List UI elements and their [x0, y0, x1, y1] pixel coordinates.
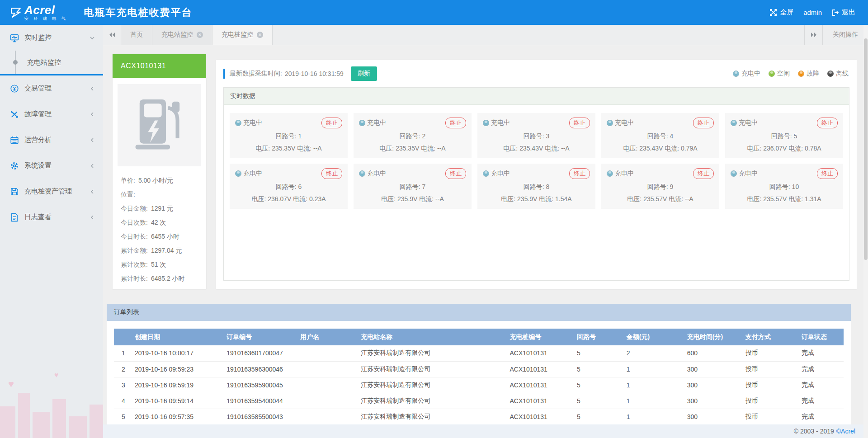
stop-button[interactable]: 终止: [445, 168, 466, 179]
circuit-card-9: 充电中 终止 回路号: 9 电压: 235.57V 电流: --A: [601, 164, 719, 209]
circuit-meter: 电压: 235.9V 电流: --A: [359, 195, 466, 203]
charging-status-icon: [731, 170, 737, 177]
sidebar-item-transactions[interactable]: 交易管理: [0, 75, 103, 101]
legend-fault: 故障: [798, 70, 819, 78]
sidebar-item-label: 运营分析: [24, 136, 90, 144]
stat-today-count: 今日次数:42 次: [121, 216, 206, 230]
copyright-text: © 2003 - 2019: [794, 428, 834, 435]
circuit-number: 回路号: 8: [483, 183, 590, 191]
sidebar-item-pile-assets[interactable]: 充电桩资产管理: [0, 179, 103, 204]
table-row[interactable]: 3 2019-10-16 09:59:19 1910163595900045 江…: [114, 377, 844, 393]
stop-button[interactable]: 终止: [445, 118, 466, 128]
offline-status-icon: [827, 71, 834, 77]
circuit-meter: 电压: 235.43V 电流: --A: [483, 145, 590, 153]
col-created: 创建日期: [133, 329, 225, 345]
stat-location: 位置:: [121, 188, 206, 202]
stop-button[interactable]: 终止: [321, 168, 342, 179]
monitor-icon: [10, 33, 19, 42]
stat-today-amount: 今日金额:1291 元: [121, 202, 206, 216]
col-minutes: 充电时间(分): [685, 329, 744, 345]
table-row[interactable]: 2 2019-10-16 09:59:23 1910163596300046 江…: [114, 361, 844, 377]
circuit-meter: 电压: 235.35V 电流: --A: [235, 145, 342, 153]
stop-button[interactable]: 终止: [817, 168, 838, 179]
stop-button[interactable]: 终止: [569, 168, 590, 179]
sidebar-item-settings[interactable]: 系统设置: [0, 153, 103, 179]
chevron-left-icon: [90, 86, 95, 91]
refresh-button[interactable]: 刷新: [351, 66, 377, 81]
sidebar-item-realtime-monitor[interactable]: 实时监控: [0, 25, 103, 51]
tab-station-monitor[interactable]: 充电站监控 ✕: [152, 25, 212, 45]
orders-section: 订单列表 创建日期 订单编号 用: [107, 304, 851, 424]
logo-sub-text: 安 科 瑞 电 气: [24, 17, 68, 21]
fullscreen-button[interactable]: 全屏: [769, 8, 793, 17]
logout-label: 退出: [842, 8, 855, 17]
legend-idle: 空闲: [769, 70, 790, 78]
chevron-left-icon: [90, 137, 95, 143]
user-menu[interactable]: admin: [803, 9, 822, 16]
col-circuit: 回路号: [575, 329, 625, 345]
sidebar-item-logs[interactable]: 日志查看: [0, 204, 103, 230]
col-pile: 充电桩编号: [508, 329, 575, 345]
collect-time-label: 最新数据采集时间:: [230, 70, 282, 78]
logout-button[interactable]: 退出: [832, 8, 855, 17]
logo-main-text: Acrel: [24, 4, 68, 16]
charging-status-icon: [607, 170, 613, 177]
sidebar-item-label: 充电桩资产管理: [24, 187, 90, 196]
scrollbar-thumb[interactable]: [864, 38, 868, 260]
sidebar-item-label: 故障管理: [24, 110, 90, 118]
col-user: 用户名: [298, 329, 359, 345]
circuit-number: 回路号: 6: [235, 183, 342, 191]
charging-status-icon: [731, 120, 737, 126]
table-row[interactable]: 4 2019-10-16 09:59:14 1910163595400044 江…: [114, 393, 844, 409]
tabs-scroll-right-button[interactable]: [804, 25, 822, 45]
transaction-icon: [10, 84, 19, 93]
sidebar-item-station-monitor[interactable]: 充电站监控: [0, 51, 103, 74]
station-id-header: ACX1010131: [113, 54, 206, 78]
stop-button[interactable]: 终止: [817, 118, 838, 128]
tab-home[interactable]: 首页: [121, 25, 152, 45]
table-row[interactable]: 5 2019-10-16 09:57:35 1910163585500043 江…: [114, 409, 844, 424]
close-operations-label: 关闭操作: [833, 31, 858, 39]
stop-button[interactable]: 终止: [321, 118, 342, 128]
legend-offline: 离线: [827, 70, 849, 78]
realtime-data-title: 实时数据: [224, 88, 849, 105]
stop-button[interactable]: 终止: [569, 118, 590, 128]
calendar-icon: [10, 136, 19, 145]
fault-status-icon: [798, 71, 804, 77]
stop-button[interactable]: 终止: [693, 118, 714, 128]
close-icon[interactable]: ✕: [197, 32, 203, 38]
circuit-cards-grid: 充电中 终止 回路号: 1 电压: 235.35V 电流: --A 充电中 终止: [224, 105, 849, 217]
sidebar-item-analytics[interactable]: 运营分析: [0, 127, 103, 153]
tabs-scroll-left-button[interactable]: [103, 25, 121, 45]
chevron-left-icon: [90, 189, 95, 194]
page-title: 电瓶车充电桩收费平台: [84, 6, 193, 19]
tab-pile-monitor[interactable]: 充电桩监控 ✕: [212, 25, 273, 45]
stat-total-count: 累计次数:51 次: [121, 258, 206, 272]
sidebar-item-label: 系统设置: [24, 161, 90, 170]
stat-total-duration: 累计时长:6485.2 小时: [121, 272, 206, 286]
collect-time-value: 2019-10-16 10:31:59: [285, 70, 344, 77]
circuit-number: 回路号: 1: [235, 132, 342, 141]
acrel-logo-icon: [10, 7, 22, 19]
close-operations-button[interactable]: 关闭操作: [822, 25, 868, 45]
fault-icon: [10, 110, 19, 119]
sidebar-item-faults[interactable]: 故障管理: [0, 101, 103, 127]
stop-button[interactable]: 终止: [693, 168, 714, 179]
circuit-card-5: 充电中 终止 回路号: 5 电压: 236.07V 电流: 0.78A: [725, 113, 843, 158]
table-row[interactable]: 1 2019-10-16 10:00:17 1910163601700047 江…: [114, 345, 844, 361]
circuit-card-7: 充电中 终止 回路号: 7 电压: 235.9V 电流: --A: [354, 164, 472, 209]
close-icon[interactable]: ✕: [257, 32, 263, 38]
page-body: ACX1010131 单价:5.00 小时/元: [103, 45, 868, 424]
decorative-cityscape: ♥ ♥: [0, 370, 103, 438]
charging-status-icon: [235, 170, 241, 177]
top-header: Acrel 安 科 瑞 电 气 电瓶车充电桩收费平台 全屏 admin 退出: [0, 0, 868, 25]
vertical-scrollbar[interactable]: [863, 25, 868, 438]
acrel-link[interactable]: ©Acrel: [836, 428, 855, 435]
stat-unit-price: 单价:5.00 小时/元: [121, 174, 206, 188]
chevron-left-icon: [90, 163, 95, 169]
station-summary-card: ACX1010131 单价:5.00 小时/元: [113, 54, 206, 289]
charging-status-icon: [483, 120, 489, 126]
circuit-card-10: 充电中 终止 回路号: 10 电压: 235.57V 电流: 1.31A: [725, 164, 843, 209]
chevron-left-icon: [90, 112, 95, 117]
subitem-dot: [13, 60, 18, 65]
